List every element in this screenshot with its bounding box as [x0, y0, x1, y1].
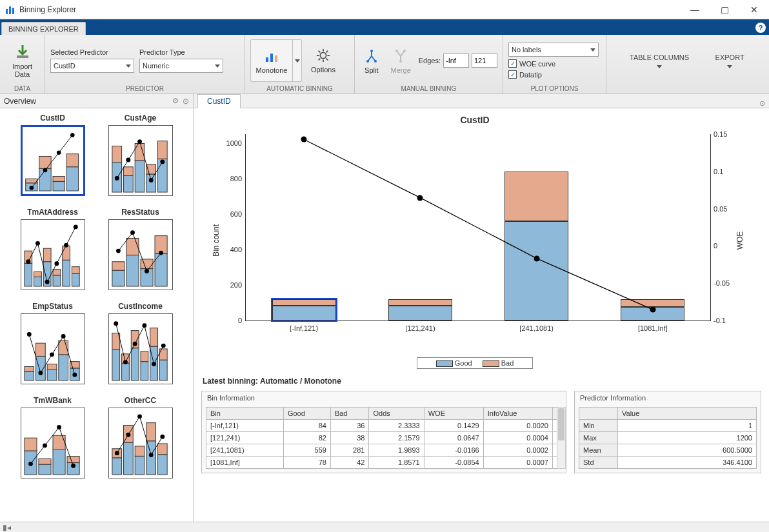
xtick: [241,1081) — [519, 324, 554, 332]
svg-point-16 — [370, 50, 373, 52]
y-axis-left-label: Bin count — [212, 224, 221, 257]
svg-rect-67 — [112, 270, 124, 286]
thumb-tmataddress[interactable]: TmAtAddress — [19, 208, 87, 290]
thumb-custid[interactable]: CustID — [19, 113, 87, 196]
chevron-down-icon — [657, 65, 662, 68]
svg-point-44 — [114, 176, 119, 181]
datatip-checkbox[interactable]: ✓Datatip — [508, 70, 542, 79]
svg-rect-130 — [146, 441, 155, 475]
svg-point-108 — [132, 342, 137, 346]
overview-gear-icon[interactable]: ⚙ — [172, 97, 179, 105]
svg-rect-6 — [275, 55, 277, 62]
woe-curve-checkbox[interactable]: ✓WOE curve — [508, 59, 555, 68]
options-button[interactable]: Options — [307, 40, 339, 81]
svg-rect-132 — [157, 455, 167, 475]
table-row[interactable]: [121,241)82382.15790.06470.0004 — [206, 432, 562, 444]
gear-icon — [314, 46, 332, 64]
group-label-predictor: PREDICTOR — [50, 84, 239, 94]
import-data-button[interactable]: Import Data — [5, 40, 39, 81]
chevron-down-icon — [590, 48, 595, 52]
thumb-custage[interactable]: CustAge — [106, 113, 175, 196]
col-header: Odds — [369, 408, 424, 420]
minimize-button[interactable]: — — [680, 0, 710, 19]
bar-0[interactable] — [272, 299, 336, 320]
svg-rect-60 — [72, 267, 79, 274]
svg-point-62 — [35, 241, 40, 246]
ribbon-tab-strip: BINNING EXPLORER ? — [0, 19, 769, 35]
svg-point-93 — [72, 373, 77, 377]
woe-point — [650, 307, 655, 313]
help-button[interactable]: ? — [752, 21, 769, 35]
close-button[interactable]: ✕ — [739, 0, 769, 19]
thumb-empstatus[interactable]: EmpStatus — [19, 302, 87, 384]
col-header: WOE — [424, 408, 483, 420]
table-row[interactable]: Max1200 — [579, 432, 757, 444]
split-button[interactable]: Split — [360, 40, 383, 81]
table-row[interactable]: Min1 — [579, 420, 757, 432]
predictor-type-dropdown[interactable]: Numeric — [139, 59, 223, 73]
tab-custid[interactable]: CustID — [197, 94, 241, 108]
svg-point-91 — [50, 352, 54, 357]
svg-rect-129 — [135, 446, 145, 456]
thumb-label: EmpStatus — [32, 302, 73, 311]
svg-point-63 — [45, 280, 49, 284]
labels-dropdown[interactable]: No labels — [508, 43, 599, 57]
svg-point-33 — [70, 133, 75, 137]
bar-1[interactable] — [388, 299, 452, 320]
monotone-button[interactable]: Monotone — [251, 40, 292, 81]
merge-button[interactable]: Merge — [388, 40, 414, 81]
svg-rect-72 — [141, 259, 153, 269]
svg-rect-49 — [24, 263, 32, 286]
group-label-autobinning: AUTOMATIC BINNING — [250, 84, 349, 94]
table-row[interactable]: Std346.4100 — [579, 457, 757, 469]
pred-info-table[interactable]: ValueMin1Max1200Mean600.5000Std346.4100 — [579, 407, 757, 469]
table-row[interactable]: [-Inf,121)84362.33330.14290.0020 — [206, 420, 562, 432]
col-header: Good — [283, 408, 330, 420]
overview-title: Overview — [4, 97, 36, 106]
selected-predictor-dropdown[interactable]: CustID — [50, 59, 134, 73]
svg-rect-116 — [53, 449, 65, 475]
svg-rect-51 — [34, 277, 41, 286]
bar-2[interactable] — [504, 172, 568, 320]
table-row[interactable]: Mean600.5000 — [579, 444, 757, 457]
thumb-tmwbank[interactable]: TmWBank — [19, 396, 87, 478]
statusbar-nav-icon[interactable]: ▮◂ — [3, 523, 11, 532]
table-row[interactable]: [1081,Inf]78421.8571-0.08540.0007 — [206, 457, 562, 469]
svg-point-109 — [142, 323, 146, 328]
bin-info-scrollbar[interactable] — [557, 407, 566, 469]
chart-title: CustID — [200, 115, 750, 125]
svg-line-12 — [319, 51, 321, 53]
col-header: Bad — [330, 408, 369, 420]
chevron-down-icon — [727, 65, 732, 68]
svg-point-47 — [148, 178, 153, 182]
overview-close-icon[interactable]: ⊙ — [183, 97, 189, 106]
svg-point-110 — [152, 362, 156, 366]
svg-point-134 — [114, 451, 119, 455]
edge-end-input[interactable] — [472, 54, 497, 68]
thumb-othercc[interactable]: OtherCC — [106, 396, 175, 478]
svg-rect-55 — [53, 275, 61, 286]
bin-info-table[interactable]: BinGoodBadOddsWOEInfoValue[-Inf,121)8436… — [206, 407, 562, 469]
svg-rect-128 — [135, 456, 145, 475]
merge-icon — [392, 47, 410, 65]
ribbon-tab-binning-explorer[interactable]: BINNING EXPLORER — [1, 22, 86, 35]
svg-point-138 — [160, 435, 165, 439]
table-row[interactable]: [241,1081)5592811.9893-0.01660.0002 — [206, 444, 562, 457]
export-button[interactable]: EXPORT — [707, 51, 752, 71]
window-title: Binning Explorer — [19, 5, 76, 14]
table-columns-button[interactable]: TABLE COLUMNS — [624, 51, 694, 71]
monotone-dropdown-arrow[interactable] — [292, 40, 301, 81]
detail-panel: CustID ⊙ CustID Bin count WOE 0200400600… — [194, 94, 769, 522]
svg-rect-70 — [126, 239, 138, 255]
svg-point-32 — [56, 150, 61, 155]
monotone-icon — [263, 47, 281, 65]
xtick: [121,241) — [405, 324, 435, 332]
chart[interactable]: Bin count WOE 02004006008001000-0.1-0.05… — [200, 128, 750, 353]
maximize-button[interactable]: ▢ — [710, 0, 739, 19]
detail-gear-icon[interactable]: ⊙ — [759, 99, 765, 108]
edge-start-input[interactable] — [443, 54, 469, 68]
thumb-custincome[interactable]: CustIncome — [106, 302, 175, 384]
ytick-right: 0.1 — [714, 168, 739, 175]
thumb-label: TmAtAddress — [27, 208, 78, 217]
thumb-resstatus[interactable]: ResStatus — [106, 208, 175, 290]
